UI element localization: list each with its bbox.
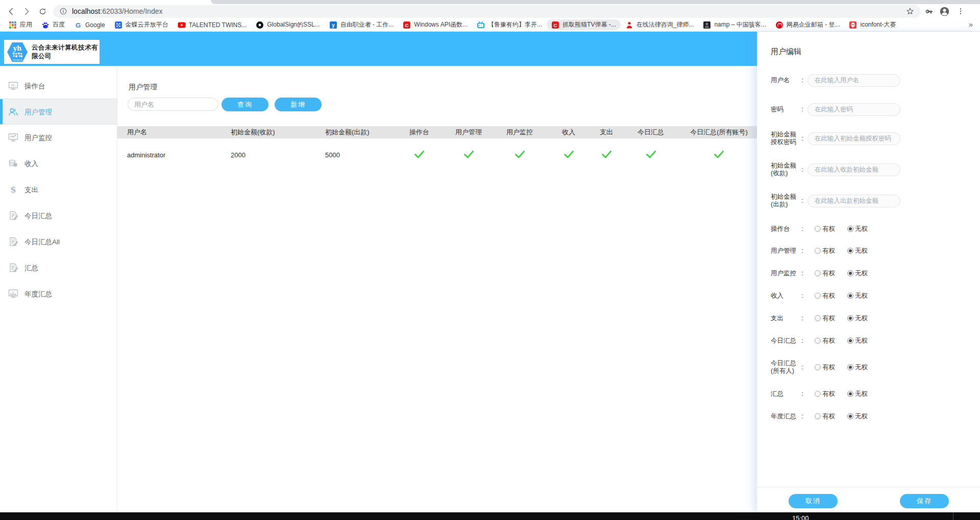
radio-option-label: 无权 [855,292,868,300]
bookmark-item[interactable]: 金蝶云开放平台 [110,19,173,30]
field-label-line2: 授权密码 [771,138,797,146]
permission-row-annual-summary: 年度汇总:有权无权 [771,412,868,421]
user-monitor-granted-radio[interactable] [815,270,821,276]
permission-row-console: 操作台:有权无权 [771,224,868,233]
field-label: 用户名 [771,77,797,84]
income-granted-radio[interactable] [815,293,821,299]
bookmark-item[interactable]: 【鲁豫有约】李开... [472,19,547,30]
back-icon[interactable] [3,5,19,18]
taskbar: 15:00 [0,512,980,520]
bookmark-item[interactable]: y自由职业者 - 工作... [325,19,399,30]
sidebar-item-4[interactable]: 收入 [0,151,117,176]
income-denied-radio[interactable] [847,293,853,299]
init-amount-receive-input[interactable] [807,163,900,176]
expense-denied-radio[interactable] [847,315,853,321]
username-search-input[interactable] [128,98,218,111]
sidebar-item-7[interactable]: 今日汇总All [0,229,117,254]
bookmark-item[interactable]: iconfont-大赛 [844,19,900,30]
sidebar-item-6[interactable]: 今日汇总 [0,203,117,228]
annual-summary-denied-radio[interactable] [847,413,853,419]
console-denied-radio[interactable] [847,226,853,232]
field-row-username: 用户名: [771,74,900,87]
user-manage-granted-radio[interactable] [815,248,821,254]
bookmark-item[interactable]: C抓取熊猫TV弹幕 -... [547,19,621,30]
bookmark-item[interactable]: 在线法律咨询_律师... [621,19,699,30]
save-button[interactable]: 保存 [900,494,949,508]
column-header: 用户监控 [494,128,545,137]
bookmark-label: namp – 中国骇客... [714,20,766,29]
expense-granted-radio[interactable] [815,315,821,321]
add-button[interactable]: 新增 [275,98,322,111]
today-summary-granted-radio[interactable] [815,338,821,344]
sidebar-item-5[interactable]: $支出 [0,177,117,202]
bookmark-item[interactable]: namp – 中国骇客... [698,19,770,30]
permission-label-line1: 汇总 [771,390,797,398]
bookmark-label: 抓取熊猫TV弹幕 -... [562,20,616,29]
sidebar-item-9[interactable]: 年度汇总 [0,281,117,306]
reload-icon[interactable] [35,5,51,18]
query-button[interactable]: 查询 [222,98,268,111]
permission-label: 年度汇总 [771,413,797,420]
init-amount-pay-input[interactable] [807,195,900,207]
sidebar-item-2[interactable]: 用户管理 [0,99,117,125]
doc-edit-icon [8,262,19,273]
svg-text:yh: yh [13,44,22,52]
today-summary-all-denied-radio[interactable] [847,364,853,370]
field-label-line1: 初始金额 [771,131,797,138]
url-text: localhost:62033/Home/Index [72,7,905,15]
page-info-icon[interactable] [59,7,67,15]
sidebar-item-label: 年度汇总 [24,290,52,299]
sidebar-item-label: 收入 [24,159,38,169]
init-auth-password-input[interactable] [807,132,900,145]
address-bar[interactable]: localhost:62033/Home/Index [53,5,921,18]
bookmark-star-icon[interactable] [905,7,915,16]
summary-granted-radio[interactable] [815,391,821,397]
drawer-footer-divider [757,487,980,487]
bookmark-item[interactable]: 百度 [37,19,69,30]
taskbar-clock[interactable]: 15:00 [792,514,809,520]
key-icon[interactable] [921,5,937,18]
bookmark-item[interactable]: 网易企业邮箱 - 登... [771,19,845,30]
summary-denied-radio[interactable] [847,391,853,397]
colon: : [797,166,807,173]
bookmark-label: Google [85,21,105,29]
today-summary-denied-radio[interactable] [847,338,853,344]
taskbar-divider [953,512,953,520]
field-row-init-auth-password: 初始金额授权密码: [771,132,900,145]
username-input[interactable] [807,74,900,87]
column-header: 操作台 [396,128,443,137]
field-label: 初始金额(出款) [771,193,797,208]
coins-icon [8,158,19,169]
row-amount: 2000 [221,151,315,159]
bookmark-item[interactable]: CWindows API函数... [398,19,472,30]
bookmark-item[interactable]: 应用 [4,19,37,30]
google-g-icon: G [74,21,82,29]
colon: : [797,77,807,84]
menu-dots-icon[interactable] [952,5,968,18]
bookmark-item[interactable]: GGoogle [69,19,110,30]
bookmark-item[interactable]: TALENTED TWINS... [173,19,252,30]
annual-summary-granted-radio[interactable] [815,413,821,419]
svg-text:C: C [554,22,557,28]
bookmarks-overflow-chevron[interactable]: » [969,20,973,29]
console-granted-radio[interactable] [815,226,821,232]
colon: : [797,270,807,277]
profile-avatar-icon[interactable] [937,5,952,18]
sidebar-item-8[interactable]: 汇总 [0,255,117,280]
cancel-button[interactable]: 取消 [789,494,838,508]
table-row[interactable]: administrator20005000 [117,138,757,171]
forward-icon[interactable] [19,5,35,18]
csdn-icon: C [551,21,559,29]
today-summary-all-granted-radio[interactable] [815,364,821,370]
field-label-line1: 初始金额 [771,193,797,201]
sidebar-item-1[interactable]: 操作台 [0,73,117,99]
bookmark-item[interactable]: GlobalSign的SSL... [251,19,324,30]
user-monitor-denied-radio[interactable] [847,270,853,276]
user-manage-denied-radio[interactable] [847,248,853,254]
field-label-line1: 密码 [771,106,797,113]
password-input[interactable] [807,103,900,116]
bilibili-icon [477,21,485,29]
sidebar-item-3[interactable]: 用户监控 [0,125,117,150]
csdn-icon: C [403,21,411,29]
row-permission-cell [396,150,443,160]
